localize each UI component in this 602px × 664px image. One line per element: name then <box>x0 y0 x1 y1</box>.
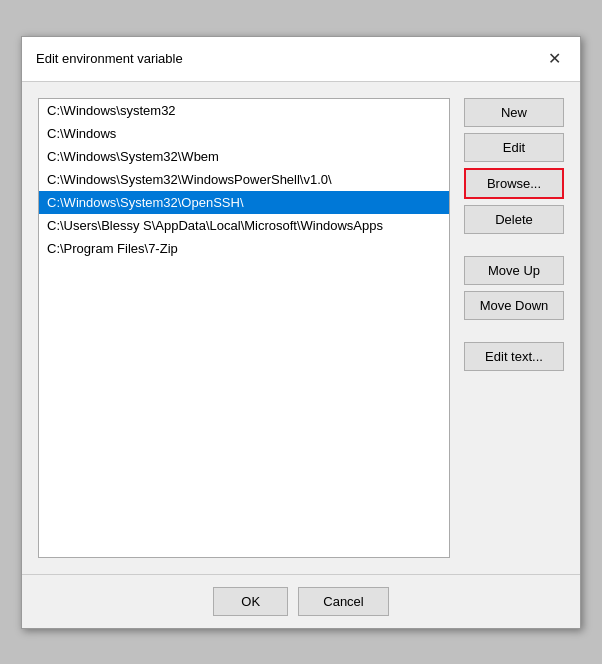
edit-text-button[interactable]: Edit text... <box>464 342 564 371</box>
list-item[interactable]: C:\Windows\system32 <box>39 99 449 122</box>
delete-button[interactable]: Delete <box>464 205 564 234</box>
browse-button[interactable]: Browse... <box>464 168 564 199</box>
move-up-button[interactable]: Move Up <box>464 256 564 285</box>
list-item[interactable]: C:\Users\Blessy S\AppData\Local\Microsof… <box>39 214 449 237</box>
env-var-list[interactable]: C:\Windows\system32C:\WindowsC:\Windows\… <box>38 98 450 558</box>
edit-env-var-dialog: Edit environment variable ✕ C:\Windows\s… <box>21 36 581 629</box>
spacer2 <box>464 326 564 336</box>
move-down-button[interactable]: Move Down <box>464 291 564 320</box>
new-button[interactable]: New <box>464 98 564 127</box>
list-item[interactable]: C:\Windows <box>39 122 449 145</box>
dialog-footer: OK Cancel <box>22 574 580 628</box>
dialog-title: Edit environment variable <box>36 51 183 66</box>
ok-button[interactable]: OK <box>213 587 288 616</box>
spacer1 <box>464 240 564 250</box>
close-button[interactable]: ✕ <box>542 47 566 71</box>
list-item[interactable]: C:\Windows\System32\Wbem <box>39 145 449 168</box>
dialog-body: C:\Windows\system32C:\WindowsC:\Windows\… <box>22 82 580 574</box>
title-bar: Edit environment variable ✕ <box>22 37 580 82</box>
list-item[interactable]: C:\Program Files\7-Zip <box>39 237 449 260</box>
list-item[interactable]: C:\Windows\System32\OpenSSH\ <box>39 191 449 214</box>
list-item[interactable]: C:\Windows\System32\WindowsPowerShell\v1… <box>39 168 449 191</box>
cancel-button[interactable]: Cancel <box>298 587 388 616</box>
action-buttons-panel: New Edit Browse... Delete Move Up Move D… <box>464 98 564 558</box>
edit-button[interactable]: Edit <box>464 133 564 162</box>
